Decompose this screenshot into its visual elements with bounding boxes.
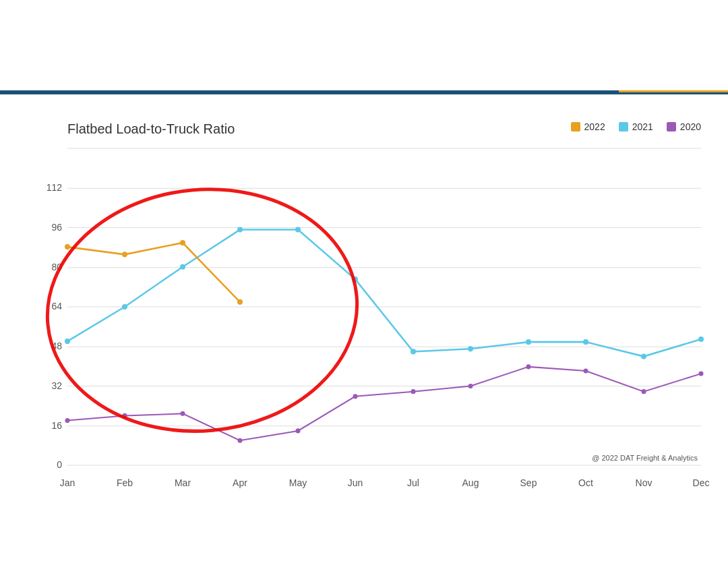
svg-text:Nov: Nov <box>636 477 653 488</box>
legend-dot-2021 <box>619 122 628 131</box>
svg-point-30 <box>122 304 127 310</box>
legend-2021: 2021 <box>619 121 653 132</box>
svg-text:Apr: Apr <box>233 477 247 488</box>
svg-text:0: 0 <box>57 459 62 470</box>
svg-text:Jun: Jun <box>348 477 363 488</box>
svg-text:Feb: Feb <box>117 477 133 488</box>
svg-point-46 <box>353 394 358 399</box>
legend-dot-2020 <box>667 122 676 131</box>
chart-title: Flatbed Load-to-Truck Ratio <box>67 121 235 137</box>
svg-text:112: 112 <box>47 182 62 193</box>
svg-text:64: 64 <box>51 301 62 312</box>
chart-svg: 0 16 32 48 64 80 96 112 Jan Feb Mar Apr … <box>67 148 701 465</box>
svg-point-48 <box>468 384 473 388</box>
svg-point-31 <box>180 264 185 270</box>
legend-2022: 2022 <box>571 121 605 132</box>
svg-point-55 <box>180 240 185 245</box>
svg-point-50 <box>584 368 588 373</box>
svg-point-37 <box>526 339 531 345</box>
legend-label-2021: 2021 <box>632 121 653 132</box>
svg-point-56 <box>237 299 243 305</box>
svg-point-39 <box>641 353 646 359</box>
top-bar <box>0 0 728 94</box>
legend-label-2020: 2020 <box>680 121 701 132</box>
svg-point-32 <box>237 227 243 232</box>
chart-container: Flatbed Load-to-Truck Ratio 2022 2021 20… <box>27 121 701 499</box>
svg-point-43 <box>181 411 185 416</box>
svg-point-40 <box>698 336 704 342</box>
svg-point-52 <box>699 372 704 376</box>
svg-text:Oct: Oct <box>578 477 593 488</box>
svg-text:32: 32 <box>51 380 62 390</box>
svg-point-41 <box>65 418 70 423</box>
chart-legend: 2022 2021 2020 <box>571 121 701 132</box>
legend-dot-2022 <box>571 122 580 131</box>
svg-point-54 <box>122 252 127 257</box>
svg-point-49 <box>526 364 531 369</box>
legend-2020: 2020 <box>667 121 701 132</box>
svg-point-47 <box>411 389 416 394</box>
svg-text:@ 2022 DAT Freight & Analytics: @ 2022 DAT Freight & Analytics <box>592 454 698 462</box>
svg-point-35 <box>411 349 416 354</box>
legend-label-2022: 2022 <box>584 121 605 132</box>
svg-point-53 <box>65 244 70 250</box>
top-bar-accent <box>0 90 728 92</box>
svg-text:Jul: Jul <box>407 477 419 488</box>
svg-text:Sep: Sep <box>520 477 537 488</box>
svg-point-45 <box>296 428 301 433</box>
svg-text:Jan: Jan <box>60 477 75 488</box>
svg-point-36 <box>468 346 473 351</box>
svg-text:Mar: Mar <box>175 477 191 488</box>
svg-point-44 <box>238 438 243 443</box>
svg-text:Aug: Aug <box>462 477 479 488</box>
svg-point-38 <box>583 339 588 345</box>
chart-area: 0 16 32 48 64 80 96 112 Jan Feb Mar Apr … <box>67 148 701 465</box>
svg-text:May: May <box>289 477 307 488</box>
svg-text:96: 96 <box>51 221 62 232</box>
svg-point-33 <box>295 227 301 232</box>
svg-point-29 <box>65 339 70 344</box>
svg-text:16: 16 <box>51 420 62 431</box>
svg-point-51 <box>642 389 646 394</box>
svg-point-57 <box>38 177 367 444</box>
svg-text:Dec: Dec <box>693 477 710 488</box>
